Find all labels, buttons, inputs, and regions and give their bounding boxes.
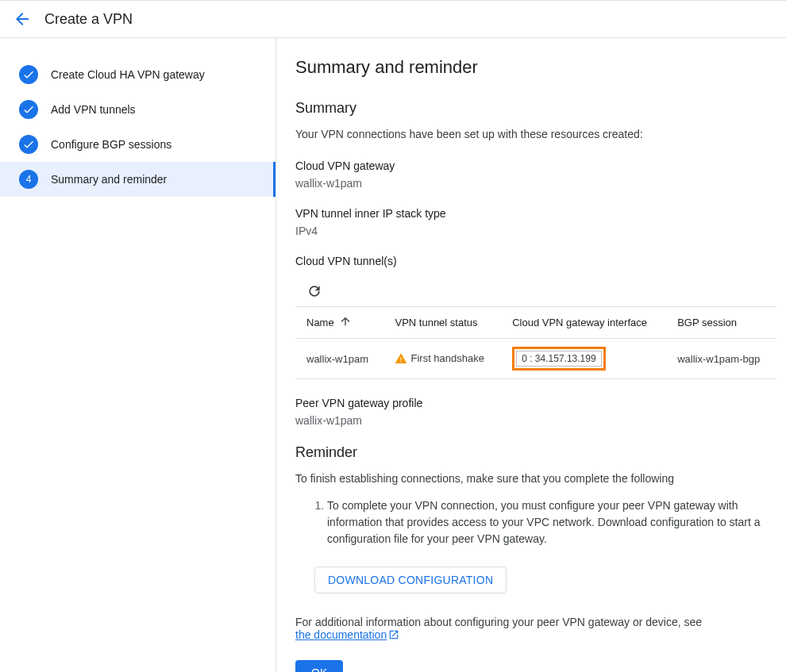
sidebar-item-label: Add VPN tunnels (51, 103, 136, 116)
reminder-list-item: To complete your VPN connection, you mus… (327, 497, 776, 547)
ok-button[interactable]: OK (295, 660, 343, 672)
gateway-value: wallix-w1pam (295, 177, 776, 190)
documentation-link[interactable]: the documentation (295, 628, 399, 641)
cell-status: First handshake (383, 339, 501, 379)
main-content: Summary and reminder Summary Your VPN co… (276, 38, 786, 672)
cell-iface: 0 : 34.157.13.199 (501, 339, 666, 379)
stack-label: VPN tunnel inner IP stack type (295, 207, 776, 220)
page-title: Create a VPN (44, 11, 133, 28)
summary-description: Your VPN connections have been set up wi… (295, 128, 776, 140)
reminder-heading: Reminder (295, 444, 776, 461)
gateway-label: Cloud VPN gateway (295, 159, 776, 172)
reminder-description: To finish establishing connections, make… (295, 472, 776, 485)
col-status[interactable]: VPN tunnel status (383, 307, 501, 339)
tunnels-label: Cloud VPN tunnel(s) (295, 255, 776, 267)
sidebar-step-create-gateway[interactable]: Create Cloud HA VPN gateway (0, 57, 275, 92)
external-link-icon (388, 629, 399, 640)
col-bgp[interactable]: BGP session (666, 307, 776, 339)
sidebar-step-add-tunnels[interactable]: Add VPN tunnels (0, 92, 275, 127)
main-title: Summary and reminder (295, 57, 776, 78)
step-number-icon: 4 (19, 170, 38, 189)
col-name-label: Name (306, 317, 334, 328)
check-icon (19, 100, 38, 119)
warning-icon (395, 352, 407, 365)
footnote-prefix: For additional information about configu… (295, 616, 702, 628)
cell-status-text: First handshake (410, 352, 484, 364)
footnote: For additional information about configu… (295, 616, 776, 641)
sidebar-step-configure-bgp[interactable]: Configure BGP sessions (0, 127, 275, 162)
peer-label: Peer VPN gateway profile (295, 397, 776, 409)
reminder-list: To complete your VPN connection, you mus… (295, 497, 776, 547)
documentation-link-text: the documentation (295, 628, 387, 641)
refresh-icon[interactable] (306, 283, 322, 299)
cell-name: wallix-w1pam (295, 339, 383, 379)
sidebar-item-label: Create Cloud HA VPN gateway (51, 68, 205, 81)
cell-iface-text: 0 : 34.157.13.199 (516, 351, 601, 367)
col-name[interactable]: Name (295, 307, 383, 339)
sidebar: Create Cloud HA VPN gateway Add VPN tunn… (0, 38, 276, 672)
reminder-item-text: To complete your VPN connection, you mus… (327, 499, 761, 545)
stack-value: IPv4 (295, 225, 776, 237)
table-row: wallix-w1pam First handshake 0 : 34.157.… (295, 339, 776, 379)
sidebar-item-label: Summary and reminder (51, 173, 167, 186)
table-toolbar (295, 278, 776, 306)
cell-bgp: wallix-w1pam-bgp (666, 339, 776, 379)
sort-arrow-up-icon (339, 315, 352, 330)
layout: Create Cloud HA VPN gateway Add VPN tunn… (0, 38, 786, 672)
back-arrow-icon[interactable] (13, 10, 32, 29)
peer-value: wallix-w1pam (295, 414, 776, 427)
sidebar-item-label: Configure BGP sessions (51, 138, 171, 151)
top-bar: Create a VPN (0, 0, 786, 38)
col-iface[interactable]: Cloud VPN gateway interface (501, 307, 666, 339)
download-configuration-button[interactable]: DOWNLOAD CONFIGURATION (314, 566, 507, 593)
tunnels-table: Name VPN tunnel status Cloud VPN gateway… (295, 306, 776, 379)
sidebar-step-summary[interactable]: 4 Summary and reminder (0, 162, 275, 197)
check-icon (19, 135, 38, 154)
highlight-annotation: 0 : 34.157.13.199 (512, 347, 605, 371)
summary-heading: Summary (295, 100, 776, 117)
check-icon (19, 65, 38, 84)
